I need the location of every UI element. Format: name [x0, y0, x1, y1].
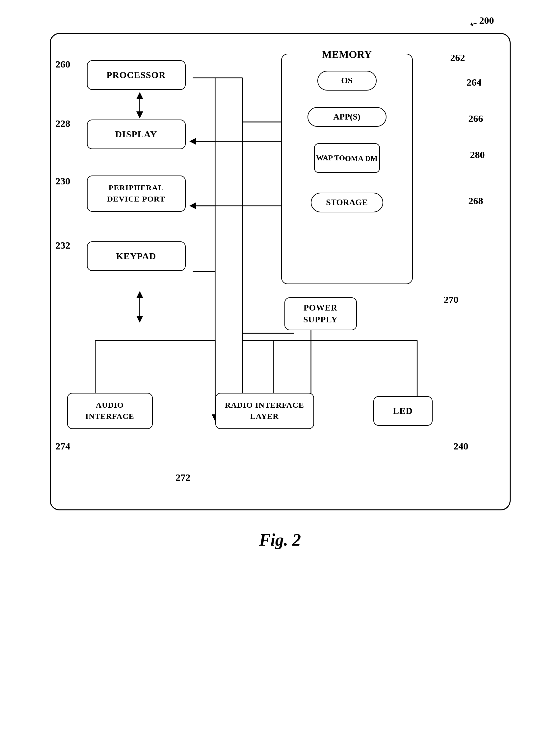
figure-caption: Fig. 2: [259, 530, 301, 550]
processor-label: Processor: [106, 70, 166, 80]
display-box: Display: [87, 120, 186, 149]
power-line1: Power: [304, 302, 337, 314]
memory-os-box: OS: [317, 71, 377, 91]
radio-interface-layer-box: Radio Interface Layer: [215, 393, 314, 429]
memory-wap-box: WAP to OMA DM: [314, 143, 380, 173]
memory-apps-label: App(s): [333, 112, 360, 122]
peripheral-box: Peripheral Device Port: [87, 176, 186, 212]
memory-outer-box: Memory OS App(s) WAP to OMA DM Storage: [281, 54, 413, 284]
memory-wap-line2: OMA DM: [345, 153, 378, 164]
memory-title: Memory: [319, 48, 375, 61]
radio-line2: Layer: [250, 411, 279, 422]
memory-os-label: OS: [341, 76, 353, 86]
memory-apps-box: App(s): [307, 107, 387, 127]
diagram-arrows: [51, 34, 510, 509]
ref-270: 270: [444, 294, 459, 305]
ref-228: 228: [56, 118, 70, 129]
ref-264: 264: [467, 77, 482, 88]
audio-line1: Audio: [96, 400, 124, 411]
display-label: Display: [115, 129, 157, 140]
led-label: LED: [393, 406, 413, 416]
keypad-label: Keypad: [116, 251, 156, 261]
keypad-box: Keypad: [87, 241, 186, 271]
power-supply-box: Power Supply: [284, 297, 357, 330]
power-line2: Supply: [303, 314, 338, 326]
memory-storage-box: Storage: [311, 193, 383, 212]
peripheral-line2: Device Port: [107, 194, 165, 205]
processor-box: Processor: [87, 60, 186, 90]
ref-280: 280: [470, 149, 485, 160]
ref-260: 260: [56, 59, 70, 70]
arrow-200-indicator: ↙: [468, 17, 480, 30]
led-box: LED: [373, 396, 433, 426]
ref-274: 274: [56, 441, 70, 452]
ref-272: 272: [176, 472, 191, 483]
audio-line2: Interface: [85, 411, 134, 422]
page-container: 200: [33, 13, 527, 550]
peripheral-line1: Peripheral: [109, 182, 164, 194]
memory-storage-label: Storage: [326, 198, 368, 207]
ref-240: 240: [454, 441, 468, 452]
radio-line1: Radio Interface: [225, 400, 304, 411]
memory-wap-line1: WAP to: [316, 153, 345, 163]
ref-232: 232: [56, 240, 70, 251]
main-diagram-box: 260 228 230 232 262 264 266 280 268 270 …: [50, 33, 511, 510]
audio-interface-box: Audio Interface: [67, 393, 153, 429]
ref-268: 268: [468, 195, 483, 206]
ref-200: 200: [479, 15, 494, 26]
ref-266: 266: [468, 113, 483, 124]
ref-262: 262: [450, 52, 465, 63]
ref-230: 230: [56, 176, 70, 187]
diagram-wrapper: 200: [50, 33, 511, 510]
